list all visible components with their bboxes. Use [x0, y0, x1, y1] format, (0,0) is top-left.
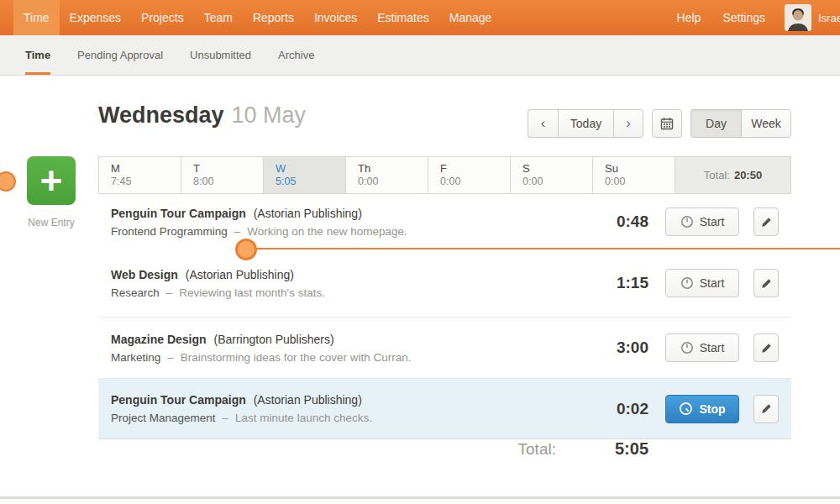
- entry-duration[interactable]: 1:15: [573, 274, 648, 292]
- week-view-button[interactable]: Week: [741, 109, 791, 138]
- entry-note: Reviewing last month's stats.: [179, 286, 325, 299]
- user-name[interactable]: Israel: [818, 12, 840, 24]
- stop-timer-button[interactable]: Stop: [665, 395, 739, 423]
- nav-item-manage[interactable]: Manage: [439, 0, 502, 35]
- entry-duration[interactable]: 0:02: [573, 400, 648, 418]
- week-total-value: 20:50: [734, 169, 762, 181]
- start-label: Start: [700, 276, 725, 290]
- chevron-left-icon: ‹: [541, 115, 546, 131]
- time-entry-row: Web Design (Astorian Publishing) Researc…: [98, 249, 791, 318]
- nav-item-help[interactable]: Help: [666, 11, 712, 24]
- time-entry-list: Penguin Tour Campaign (Astorian Publishi…: [98, 194, 791, 439]
- plus-icon: +: [40, 159, 63, 202]
- week-total: Total: 20:50: [675, 157, 790, 193]
- avatar-photo-icon: [785, 4, 811, 31]
- week-strip: M 7:45 T 8:00 W 5:05 Th 0:00 F 0:00 S 0:…: [98, 156, 791, 194]
- entry-client: (Astorian Publishing): [186, 268, 294, 281]
- day-hours: 5:05: [276, 176, 345, 187]
- day-view-button[interactable]: Day: [690, 109, 741, 138]
- entry-dash: –: [166, 286, 173, 299]
- start-timer-button[interactable]: Start: [665, 333, 739, 362]
- day-week-toggle: Day Week: [690, 109, 791, 138]
- date-controls: ‹ Today › Day Week: [528, 109, 791, 138]
- day-label: Th: [358, 162, 428, 175]
- week-day-friday[interactable]: F 0:00: [428, 157, 511, 193]
- next-day-button[interactable]: ›: [613, 109, 643, 138]
- entry-task: Project Management: [111, 412, 216, 424]
- new-entry-button[interactable]: +: [27, 156, 76, 205]
- start-timer-button[interactable]: Start: [665, 207, 739, 236]
- week-day-tuesday[interactable]: T 8:00: [181, 157, 264, 193]
- timer-running-icon: [679, 402, 693, 416]
- edit-entry-button[interactable]: [753, 395, 779, 423]
- user-avatar[interactable]: [785, 4, 811, 31]
- nav-item-team[interactable]: Team: [194, 0, 243, 35]
- tour-marker-dot: [235, 239, 257, 260]
- entry-note: Brainstorming ideas for the cover with C…: [181, 351, 412, 364]
- entry-task: Frontend Programming: [111, 225, 228, 238]
- start-timer-button[interactable]: Start: [665, 269, 739, 297]
- page-bottom-divider: [0, 496, 840, 499]
- new-entry-section: + New Entry: [27, 156, 76, 228]
- today-button[interactable]: Today: [558, 109, 613, 138]
- entry-duration[interactable]: 3:00: [573, 339, 648, 357]
- subtab-unsubmitted[interactable]: Unsubmitted: [190, 35, 251, 75]
- page-title-weekday: Wednesday: [98, 102, 224, 129]
- entry-text: Penguin Tour Campaign (Astorian Publishi…: [111, 207, 573, 238]
- entry-text: Penguin Tour Campaign (Astorian Publishi…: [111, 393, 573, 424]
- week-day-thursday[interactable]: Th 0:00: [346, 157, 428, 193]
- day-total-value: 5:05: [615, 439, 648, 459]
- prev-day-button[interactable]: ‹: [528, 109, 558, 138]
- subtab-pending-approval[interactable]: Pending Approval: [77, 35, 163, 75]
- nav-item-settings[interactable]: Settings: [711, 11, 776, 24]
- week-total-label: Total:: [704, 169, 730, 181]
- tour-highlight-line: [246, 248, 840, 249]
- week-day-saturday[interactable]: S 0:00: [511, 157, 593, 193]
- entry-task: Research: [111, 286, 160, 299]
- day-label: F: [440, 162, 510, 175]
- calendar-icon: [660, 117, 674, 130]
- timer-icon: [680, 215, 694, 228]
- entry-dash: –: [167, 351, 174, 364]
- timer-icon: [680, 341, 694, 354]
- nav-item-estimates[interactable]: Estimates: [367, 0, 438, 35]
- subtab-time[interactable]: Time: [25, 35, 50, 75]
- entry-dash: –: [234, 225, 241, 238]
- nav-item-time[interactable]: Time: [13, 0, 60, 35]
- day-hours: 8:00: [193, 176, 263, 187]
- entry-project: Magazine Design: [111, 333, 207, 346]
- pencil-icon: [761, 278, 772, 289]
- calendar-picker-button[interactable]: [652, 109, 682, 138]
- entry-project: Penguin Tour Campaign: [111, 393, 246, 407]
- nav-item-reports[interactable]: Reports: [243, 0, 304, 35]
- nav-item-projects[interactable]: Projects: [131, 0, 194, 35]
- day-hours: 0:00: [522, 176, 592, 187]
- entry-client: (Astorian Publishing): [254, 207, 362, 220]
- time-entry-row-running: Penguin Tour Campaign (Astorian Publishi…: [98, 379, 791, 439]
- stop-label: Stop: [699, 402, 725, 416]
- edit-entry-button[interactable]: [753, 207, 779, 236]
- day-hours: 7:45: [111, 176, 181, 187]
- top-nav-right: Help Settings Israel: [666, 0, 840, 35]
- edit-entry-button[interactable]: [753, 269, 779, 297]
- week-day-wednesday-selected[interactable]: W 5:05: [264, 157, 346, 193]
- sub-nav: Time Pending Approval Unsubmitted Archiv…: [0, 35, 840, 76]
- time-entry-row: Penguin Tour Campaign (Astorian Publishi…: [98, 194, 791, 249]
- day-hours: 0:00: [358, 176, 428, 187]
- entry-project: Web Design: [111, 268, 178, 281]
- day-total-label: Total:: [518, 440, 556, 459]
- nav-item-invoices[interactable]: Invoices: [304, 0, 367, 35]
- week-day-sunday[interactable]: Su 0:00: [593, 157, 675, 193]
- entry-text: Magazine Design (Barrington Publishers) …: [111, 333, 573, 364]
- chevron-right-icon: ›: [626, 115, 631, 131]
- tour-marker-dot-left: [0, 171, 16, 192]
- week-day-monday[interactable]: M 7:45: [99, 157, 181, 193]
- subtab-archive[interactable]: Archive: [278, 35, 314, 75]
- entry-note: Working on the new homepage.: [247, 225, 407, 238]
- time-entry-row: Magazine Design (Barrington Publishers) …: [98, 318, 791, 379]
- start-label: Start: [700, 215, 725, 228]
- entry-text: Web Design (Astorian Publishing) Researc…: [111, 268, 573, 299]
- edit-entry-button[interactable]: [753, 333, 779, 362]
- entry-duration[interactable]: 0:48: [573, 213, 648, 231]
- nav-item-expenses[interactable]: Expenses: [60, 0, 131, 35]
